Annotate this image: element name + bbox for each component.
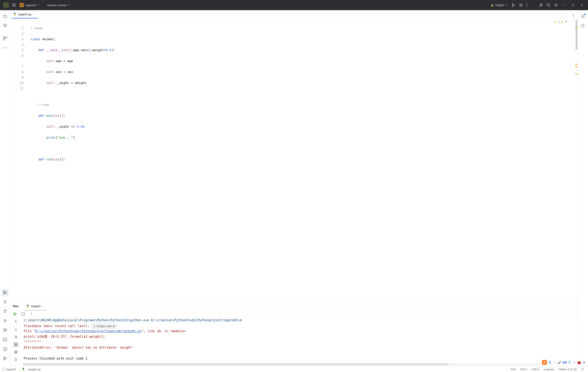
app-icon: PC: [2, 0, 10, 10]
interpreter[interactable]: Python 3.12 (2): [556, 368, 579, 371]
window-minimize-button[interactable]: [560, 4, 569, 6]
svg-point-45: [573, 15, 574, 16]
run-config-selector[interactable]: mypy01: [489, 0, 509, 10]
rerun-button[interactable]: [12, 311, 18, 317]
prev-highlight-button[interactable]: ︿: [568, 20, 571, 23]
crumb-project[interactable]: mypro01: [6, 368, 16, 371]
usage-hint[interactable]: 1 usage: [31, 26, 575, 31]
ime-emoji-icon[interactable]: ☺: [573, 361, 576, 364]
python-console-tool-button[interactable]: [2, 308, 9, 315]
clear-all-button[interactable]: [13, 357, 19, 362]
ime-keyboard-icon[interactable]: ⌨: [563, 361, 566, 364]
console-h-scrollbar[interactable]: [23, 363, 576, 366]
window-close-button[interactable]: [578, 4, 586, 6]
line-number: 10: [10, 80, 31, 86]
next-highlight-button[interactable]: ﹀: [572, 20, 575, 23]
right-tool-strip: [578, 10, 588, 366]
run-more-button[interactable]: [29, 311, 34, 317]
close-tab-button[interactable]: ×: [33, 13, 35, 16]
editor-tabs-more[interactable]: [570, 14, 577, 18]
run-tool-button[interactable]: [2, 289, 9, 296]
svg-point-49: [31, 312, 32, 313]
ime-lang[interactable]: 英: [548, 361, 551, 364]
line-number: 8: [10, 69, 31, 75]
window-maximize-button[interactable]: [569, 4, 578, 6]
project-tool-button[interactable]: [2, 13, 9, 20]
stop-button[interactable]: [21, 311, 26, 317]
terminal-tool-button[interactable]: [2, 336, 9, 343]
svg-point-46: [573, 17, 574, 17]
code-with-me-button[interactable]: [537, 0, 545, 10]
ai-assistant-button[interactable]: [579, 22, 586, 29]
ime-shirt-icon[interactable]: 👕: [568, 361, 571, 364]
more-run-actions[interactable]: [525, 0, 529, 10]
git-tool-button[interactable]: [2, 355, 9, 362]
scroll-to-end-button[interactable]: [13, 342, 19, 347]
ime-punct-icon[interactable]: °,: [553, 361, 556, 364]
svg-rect-60: [582, 369, 583, 370]
services-tool-button[interactable]: [2, 317, 9, 324]
file-link[interactable]: D:\creation\PythonStudy\Pythonproject\my…: [35, 329, 141, 333]
python-icon: [26, 305, 29, 308]
close-run-tab[interactable]: ×: [42, 305, 44, 308]
debug-button[interactable]: [517, 0, 525, 10]
warning-triangle-icon: ▲: [561, 20, 564, 23]
warn-count-2: 6: [565, 20, 567, 23]
settings-button[interactable]: [552, 0, 560, 10]
ime-mic-icon[interactable]: 🎤: [558, 361, 561, 364]
marker-strip[interactable]: [575, 19, 578, 302]
down-stack-button[interactable]: [13, 327, 19, 332]
line-number: 6: [10, 53, 31, 58]
search-everywhere-button[interactable]: [545, 0, 552, 10]
lock-icon[interactable]: [579, 368, 586, 371]
crumb-file[interactable]: mypy01.py: [28, 368, 41, 371]
console-line: Process finished with exit code 1: [24, 356, 575, 361]
up-stack-button[interactable]: [13, 319, 19, 325]
breadcrumbs[interactable]: mypro01 〉 mypy01.py: [2, 368, 41, 371]
code-area[interactable]: 1 usage class Animal: def __init__(self,…: [31, 19, 575, 302]
caret-position[interactable]: 18:9: [508, 368, 518, 371]
inspection-widget[interactable]: ▲1 ▲6 ︿ ﹀: [554, 20, 575, 23]
ime-toolbox-icon[interactable]: 🧰: [578, 361, 581, 364]
svg-point-13: [540, 4, 541, 5]
todo-tool-button[interactable]: [2, 298, 9, 305]
line-number: 3: [10, 37, 31, 42]
version-control-label: Version control: [47, 4, 66, 7]
debug-tool-button[interactable]: [2, 327, 9, 334]
main-menu-button[interactable]: [10, 0, 18, 10]
usage-hint[interactable]: 1 usage: [31, 102, 575, 108]
editor[interactable]: 1 2 3 4 5 6 7 8 9 10 11 1 usage class An…: [10, 19, 578, 302]
console-line: AttributeError: 'Animal' object has no a…: [24, 345, 575, 350]
ime-toolbar[interactable]: S 英 °, 🎤 ⌨ 👕 ☺ 🧰 ⚙: [541, 359, 587, 366]
learn-tool-button[interactable]: [2, 22, 9, 29]
svg-point-40: [5, 350, 5, 350]
svg-point-10: [526, 3, 527, 4]
version-control-menu[interactable]: Version control: [41, 0, 71, 10]
line-separator[interactable]: CRLF: [518, 368, 529, 371]
structure-tool-button[interactable]: [2, 35, 9, 42]
project-selector[interactable]: M mypro01: [18, 0, 41, 10]
problems-tool-button[interactable]: [2, 346, 9, 352]
run-button[interactable]: [510, 0, 517, 10]
notifications-button[interactable]: [579, 13, 586, 20]
ime-settings-icon[interactable]: ⚙: [582, 361, 586, 364]
run-tab-mypy01[interactable]: mypy01 ×: [24, 302, 47, 310]
svg-point-41: [4, 357, 5, 358]
console-line: C:\Users\86198\AppData\Local\Programs\Py…: [24, 318, 575, 323]
file-encoding[interactable]: UTF-8: [529, 368, 541, 371]
svg-marker-47: [14, 313, 16, 315]
line-number: 5: [10, 48, 31, 53]
editor-tab-mypy01[interactable]: mypy01.py ×: [11, 10, 38, 18]
console-output[interactable]: C:\Users\86198\AppData\Local\Programs\Py…: [21, 318, 578, 366]
print-button[interactable]: [13, 349, 19, 355]
soft-wrap-button[interactable]: [13, 334, 19, 340]
svg-rect-48: [22, 313, 24, 315]
svg-rect-58: [14, 351, 17, 353]
more-tools-button[interactable]: [2, 44, 9, 51]
sogou-icon[interactable]: S: [542, 360, 547, 365]
svg-point-51: [31, 315, 32, 315]
run-toolbar: [10, 310, 578, 318]
svg-point-44: [573, 14, 574, 15]
indent-settings[interactable]: 4 spaces: [541, 368, 556, 371]
chevron-right-icon: 〉: [18, 368, 20, 371]
